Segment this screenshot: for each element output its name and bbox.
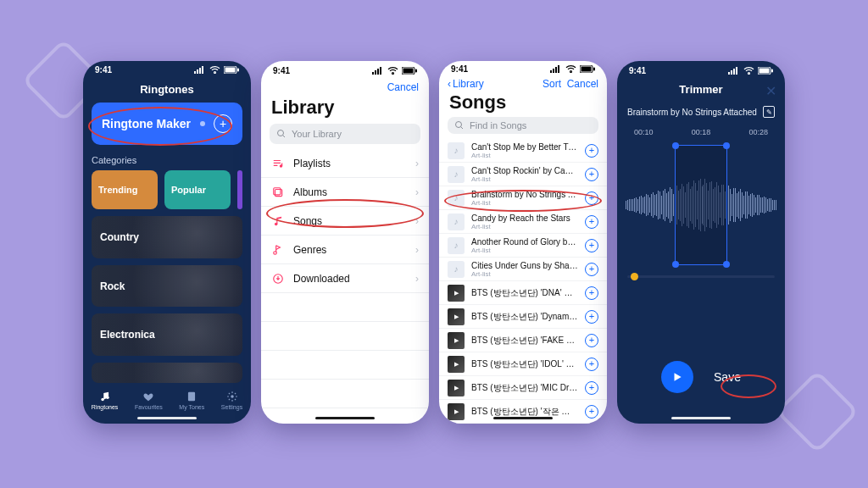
status-bar: 9:41	[439, 61, 607, 76]
song-row[interactable]: BTS (방탄소년단) 'DNA' Official MV+	[439, 281, 607, 305]
song-row[interactable]: ♪Another Round of Glory by The R…Art-lis…	[439, 234, 607, 258]
svg-rect-5	[225, 68, 236, 73]
progress-handle[interactable]	[631, 273, 638, 280]
song-row[interactable]: BTS (방탄소년단) 'MIC Drop (Steve…+	[439, 376, 607, 400]
download-icon	[271, 273, 285, 285]
status-time: 9:41	[95, 65, 112, 75]
phone-ringtones: 9:41 Ringtones Ringtone Maker + Categori…	[83, 61, 251, 424]
home-indicator	[493, 417, 553, 419]
status-icons	[728, 67, 773, 75]
status-time: 9:41	[629, 66, 646, 75]
wifi-icon	[387, 67, 398, 75]
song-text: Candy by Reach the StarsArt-list	[471, 214, 578, 230]
ringtone-maker-card[interactable]: Ringtone Maker +	[92, 103, 242, 145]
home-indicator	[137, 417, 197, 419]
sort-button[interactable]: Sort	[542, 78, 561, 90]
svg-rect-45	[771, 69, 773, 72]
video-thumb	[448, 285, 465, 302]
chip-more[interactable]	[237, 170, 242, 209]
song-row[interactable]: ♪Can't Stop Rockin' by Can't Get E…Art-l…	[439, 163, 607, 186]
svg-rect-31	[553, 69, 554, 73]
svg-line-38	[461, 127, 464, 130]
add-song-icon[interactable]: +	[585, 381, 598, 395]
song-row[interactable]: ♪Brainstorm by No Strings AttachedArt-li…	[439, 186, 607, 210]
add-song-icon[interactable]: +	[585, 358, 598, 371]
song-row[interactable]: ♪Cities Under Guns by Sharp Thin…Art-lis…	[439, 258, 607, 281]
library-item-albums[interactable]: Albums›	[261, 178, 429, 207]
genre-row-rock[interactable]: Rock	[92, 265, 242, 308]
song-row[interactable]: BTS (방탄소년단) 'IDOL' Official MV+	[439, 352, 607, 376]
library-item-playlists[interactable]: Playlists›	[261, 149, 429, 178]
chevron-right-icon: ›	[415, 244, 419, 256]
search-placeholder: Your Library	[292, 129, 342, 139]
play-button[interactable]	[661, 361, 693, 393]
music-note-icon: ♪	[448, 237, 465, 254]
song-text: Can't Stop Rockin' by Can't Get E…Art-li…	[471, 166, 578, 183]
cancel-button[interactable]: Cancel	[567, 78, 598, 90]
video-thumb	[448, 356, 465, 373]
add-song-icon[interactable]: +	[585, 168, 598, 181]
library-item-downloaded[interactable]: Downloaded›	[261, 264, 429, 293]
wifi-icon	[209, 66, 220, 74]
wifi-icon	[743, 67, 754, 75]
add-song-icon[interactable]: +	[585, 215, 598, 229]
svg-point-18	[278, 130, 284, 136]
status-icons	[372, 67, 417, 75]
tab-favourites[interactable]: Favourites	[135, 391, 163, 410]
svg-rect-14	[380, 67, 381, 75]
signal-icon	[728, 67, 740, 75]
add-song-icon[interactable]: +	[585, 144, 598, 158]
song-text: BTS (방탄소년단) 'IDOL' Official MV	[471, 358, 578, 370]
waveform[interactable]	[626, 141, 776, 269]
signal-icon	[550, 65, 562, 73]
chevron-right-icon: ›	[415, 158, 419, 169]
svg-rect-3	[202, 66, 203, 74]
status-bar: 9:41	[83, 61, 251, 80]
cancel-button[interactable]: Cancel	[261, 80, 429, 95]
tab-settings[interactable]: Settings	[221, 391, 242, 410]
search-input[interactable]: Find in Songs	[448, 117, 598, 134]
signal-icon	[194, 66, 206, 74]
chip-popular[interactable]: Popular	[164, 170, 231, 209]
tab-ringtones[interactable]: Ringtones	[92, 391, 119, 410]
genre-row-electronica[interactable]: Electronica	[92, 313, 242, 356]
tab-mytones[interactable]: My Tones	[179, 391, 204, 410]
chip-trending[interactable]: Trending	[92, 170, 158, 209]
svg-rect-36	[593, 67, 595, 70]
status-icons	[194, 66, 239, 74]
edit-icon[interactable]: ✎	[763, 106, 775, 118]
save-button[interactable]: Save	[714, 370, 741, 384]
phones-row: 9:41 Ringtones Ringtone Maker + Categori…	[0, 61, 868, 424]
add-song-icon[interactable]: +	[585, 405, 598, 419]
library-item-songs[interactable]: Songs›	[261, 207, 429, 236]
search-input[interactable]: Your Library	[270, 124, 420, 144]
song-row[interactable]: ♪Can't Stop Me by Better TimesArt-list+	[439, 139, 607, 163]
add-song-icon[interactable]: +	[585, 286, 598, 300]
library-item-genres[interactable]: Genres›	[261, 236, 429, 264]
trim-selection[interactable]	[675, 145, 727, 265]
add-song-icon[interactable]: +	[585, 191, 598, 205]
song-text: BTS (방탄소년단) 'DNA' Official MV	[471, 287, 578, 299]
genre-row-partial[interactable]	[92, 363, 242, 383]
svg-rect-35	[581, 66, 592, 71]
song-icon	[271, 215, 285, 227]
song-row[interactable]: BTS (방탄소년단) 'Dynamite' Offici…+	[439, 305, 607, 329]
status-time: 9:41	[451, 64, 468, 74]
phone-songs: 9:41 ‹Library Sort Cancel Songs Find in …	[439, 61, 607, 424]
back-button[interactable]: ‹Library	[448, 78, 484, 90]
add-song-icon[interactable]: +	[585, 263, 598, 276]
add-song-icon[interactable]: +	[585, 239, 598, 252]
song-row[interactable]: ♪Candy by Reach the StarsArt-list+	[439, 210, 607, 234]
categories-section: Categories Trending Popular	[83, 153, 251, 209]
track-row: Brainstorm by No Strings Attached ✎	[617, 101, 785, 123]
add-icon[interactable]: +	[214, 114, 232, 133]
genre-row-country[interactable]: Country	[92, 216, 242, 258]
add-song-icon[interactable]: +	[585, 334, 598, 347]
phone-library: 9:41 Cancel Library Your Library Playlis…	[261, 61, 429, 424]
svg-rect-17	[415, 69, 417, 72]
song-row[interactable]: BTS (방탄소년단) '작은 것들을 위한…+	[439, 400, 607, 424]
progress-bar[interactable]	[627, 275, 775, 278]
add-song-icon[interactable]: +	[585, 310, 598, 324]
song-row[interactable]: BTS (방탄소년단) 'FAKE LOVE' Offi…+	[439, 329, 607, 352]
close-icon[interactable]: ✕	[765, 83, 776, 99]
